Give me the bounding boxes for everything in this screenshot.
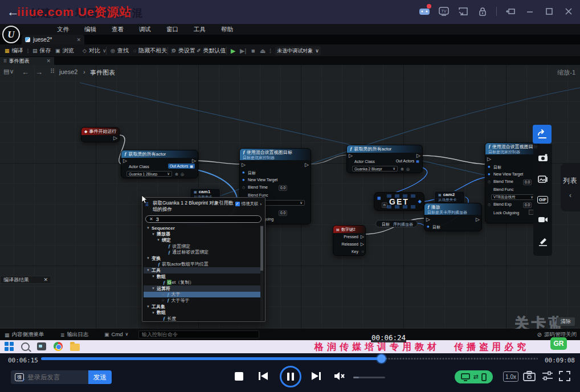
progress-knob[interactable] [377, 354, 386, 363]
action-menu-item[interactable]: ƒ通过标签设置绑定 [144, 249, 261, 255]
action-category[interactable]: ▼数组 [144, 273, 261, 280]
next-button[interactable] [311, 371, 322, 381]
taskbar-search-icon[interactable] [21, 342, 30, 351]
action-category[interactable]: ▼绑定 [144, 237, 261, 243]
mini-window-icon[interactable] [505, 6, 516, 17]
gif-icon[interactable]: GIF [537, 196, 548, 203]
event-graph-canvas[interactable]: ▤∨ ← → ⠿ juese2 › 事件图表 缩放-1 ◆事件开始运行 [0, 65, 580, 329]
menu-file[interactable]: 文件 [57, 26, 69, 34]
breadcrumb-root[interactable]: juese2 [59, 68, 77, 75]
compiler-results-tab[interactable]: 编译器结果✕ [0, 276, 51, 284]
hide-unrelated-button[interactable]: ◌隐藏不相关⋮ [133, 46, 174, 55]
snapshot-button[interactable] [523, 371, 536, 381]
action-menu-item[interactable]: ☆ƒ大于 [144, 292, 261, 298]
play-options-kebab[interactable]: ⋮ [268, 46, 273, 55]
share-button[interactable] [533, 125, 552, 144]
node-set-view-target-2[interactable]: ƒ 使用混合设置视图目标 目标是玩家控制器 ▷ ●目标 ●New View Ta… [485, 142, 540, 223]
image-icon[interactable] [538, 175, 548, 183]
taskbar-app-icon[interactable] [37, 342, 46, 350]
browse-button[interactable]: ▣浏览 [55, 46, 74, 55]
bookmark-icon[interactable]: ▤∨ [3, 68, 14, 75]
cmd-dropdown[interactable]: ▣Cmd∨ [104, 331, 128, 337]
action-category[interactable]: ▼Sequencer [144, 225, 261, 231]
debug-object-dropdown[interactable]: 未选中调试对象∨ [275, 46, 321, 55]
menu-debug[interactable]: 调试 [139, 26, 151, 34]
playback-speed-button[interactable]: 1.0x [503, 371, 518, 382]
send-button[interactable]: 发送 [88, 370, 112, 384]
console-command-input[interactable] [138, 330, 259, 338]
close-button[interactable] [563, 6, 574, 17]
chat-input-box[interactable]: 弹 [11, 370, 88, 384]
action-menu-item[interactable]: ƒ获取actor数组平均位置 [144, 262, 261, 268]
node-event-begin-play[interactable]: ◆事件开始运行 ▷ [81, 127, 120, 142]
stop-button-toolbar[interactable]: ■ [251, 46, 255, 55]
chat-input[interactable] [27, 374, 84, 381]
file-explorer-icon[interactable] [70, 344, 80, 351]
compiler-tab-close-icon[interactable]: ✕ [43, 277, 48, 283]
tv-icon[interactable]: TV [438, 6, 450, 17]
action-category[interactable]: ▼变换 [144, 255, 261, 262]
class-defaults-button[interactable]: ✐类默认值 [197, 46, 226, 55]
action-menu-item[interactable]: ƒGet（复制） [144, 279, 261, 285]
clear-search-icon[interactable]: ✕ [149, 217, 153, 222]
action-category[interactable]: ▼播放器 [144, 231, 261, 238]
menu-help[interactable]: 帮助 [221, 26, 233, 34]
find-button[interactable]: ◎查找 [111, 46, 129, 55]
cast-icon[interactable] [458, 6, 469, 17]
video-camera-icon[interactable] [538, 216, 548, 223]
list-panel-tab[interactable]: 列表 ‹ [561, 164, 580, 211]
node-target-pill[interactable]: 目标 序列播放器 [375, 220, 418, 227]
progress-bar[interactable] [41, 357, 538, 360]
action-category[interactable]: ▼工具 [144, 267, 261, 273]
graph-tab-close-icon[interactable]: ✕ [46, 58, 51, 64]
volume-slider[interactable] [353, 377, 385, 378]
chrome-icon[interactable] [54, 342, 63, 351]
action-category[interactable]: ▼工具集 [144, 304, 261, 310]
menu-view[interactable]: 查看 [112, 26, 124, 34]
actor-class-dropdown[interactable]: Guanka 1 2Bluep∨ [126, 171, 172, 177]
blend-func-dropdown-2[interactable]: VTB混合线性∨ [491, 194, 536, 200]
lock-icon[interactable] [477, 6, 488, 17]
context-sensitive-toggle[interactable]: ✓ 情境关联› [235, 201, 262, 207]
node-array-get[interactable]: ▦ n GET ◆ [374, 192, 424, 211]
clear-button[interactable]: 清除 [557, 317, 575, 326]
stop-button[interactable] [235, 372, 243, 381]
device-switch-toggle[interactable]: ⇄ [455, 370, 493, 383]
action-category[interactable]: ▼运算符 [144, 285, 261, 292]
exec-in-pin[interactable]: ▷ [123, 158, 127, 164]
windows-start-icon[interactable] [5, 342, 14, 351]
tab-close-icon[interactable]: ✕ [76, 37, 81, 43]
content-drawer-button[interactable]: ▦内容侧滑菜单 [5, 331, 44, 338]
node-cam2-reference[interactable]: ▦cam2 从场景关卡 [434, 191, 465, 204]
exec-out-pin[interactable]: ▷ [192, 158, 196, 164]
action-menu-item[interactable]: ☆ƒ大于等于 [144, 297, 261, 304]
diff-button[interactable]: ◇对比∨ [83, 46, 107, 55]
action-category[interactable]: ▼数组 [144, 309, 261, 316]
action-search-input[interactable] [156, 217, 258, 222]
menu-tools[interactable]: 工具 [194, 26, 206, 34]
tab-event-graph[interactable]: ⠿ 事件图表 ✕ [0, 57, 54, 65]
action-list-scrollbar[interactable] [260, 225, 263, 321]
asset-tab-juese2[interactable]: juese2* ✕ [22, 35, 84, 44]
frame-skip-button[interactable]: ▶| [240, 46, 246, 55]
minimize-button[interactable] [524, 6, 536, 17]
screenshot-camera-icon[interactable] [538, 154, 548, 162]
pause-button[interactable] [280, 366, 301, 387]
node-play[interactable]: ƒ 播放 目标是关卡序列播放器 ▷ ▷ ●目标 [424, 203, 482, 231]
nav-forward-icon[interactable]: → [35, 68, 43, 76]
gamepad-icon[interactable] [419, 6, 430, 17]
output-log-button[interactable]: ≣输出日志 [60, 331, 89, 338]
maximize-button[interactable] [544, 6, 555, 17]
previous-button[interactable] [258, 371, 269, 381]
action-search-box[interactable]: ✕ [145, 215, 262, 223]
actor-class-dropdown-2[interactable]: Guanka 2 Bluepr∨ [352, 166, 398, 172]
action-menu-item[interactable]: ƒ长度 [144, 316, 261, 321]
fullscreen-button[interactable] [559, 371, 570, 381]
save-button[interactable]: ▤保存 [32, 46, 51, 55]
node-get-all-actors-1[interactable]: ƒ获取类的所有actor ▷ ▷ Actor Class Out Actors▦… [121, 150, 198, 178]
eject-button[interactable]: ⏏ [260, 46, 266, 55]
menu-window[interactable]: 窗口 [166, 26, 178, 34]
out-actors-pin[interactable]: Out Actors▦ [168, 164, 195, 169]
mute-icon[interactable] [333, 371, 346, 381]
play-button[interactable]: ▶ [231, 46, 235, 55]
